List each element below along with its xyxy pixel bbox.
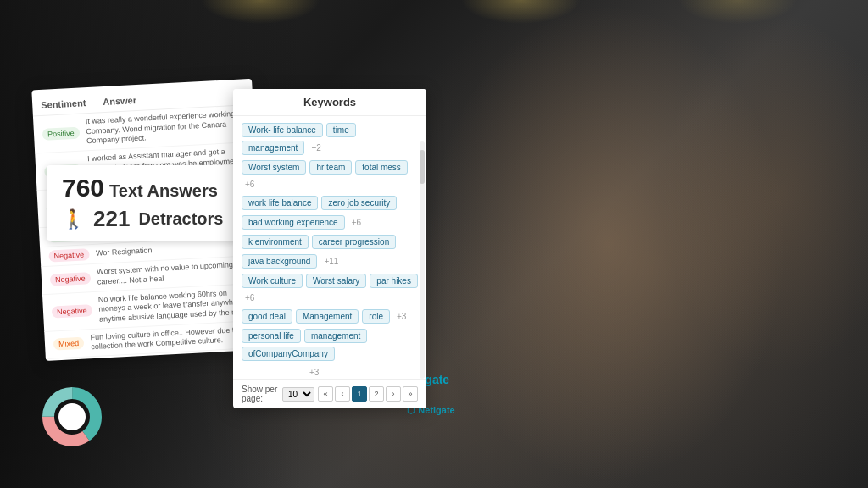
detractors-label: Detractors bbox=[138, 209, 223, 229]
keyword-tag[interactable]: role bbox=[362, 309, 390, 324]
keywords-card: Keywords Work- life balance time managem… bbox=[233, 89, 426, 408]
keyword-tag[interactable]: hr team bbox=[309, 160, 352, 175]
donut-chart bbox=[38, 383, 106, 454]
keyword-plus: +2 bbox=[308, 141, 324, 154]
scrollbar-track[interactable] bbox=[420, 141, 425, 379]
keyword-tag[interactable]: career progression bbox=[312, 235, 396, 249]
pagination-page-1[interactable]: 1 bbox=[352, 386, 367, 402]
keyword-tag[interactable]: good deal bbox=[242, 309, 292, 324]
keyword-tag[interactable]: work life balance bbox=[242, 196, 318, 210]
keyword-row: java background +11 bbox=[242, 254, 418, 269]
sentiment-badge: Negative bbox=[52, 304, 92, 318]
pagination-prev[interactable]: ‹ bbox=[335, 386, 350, 402]
keyword-tag[interactable]: personal life bbox=[242, 329, 301, 343]
show-per-page: Show per page: 10 25 50 bbox=[242, 385, 314, 403]
keyword-tag[interactable]: Work- life balance bbox=[242, 123, 323, 137]
per-page-select[interactable]: 10 25 50 bbox=[282, 387, 314, 402]
keyword-row: Work culture Worst salary par hikes +6 bbox=[242, 274, 418, 304]
detractors-count: 221 bbox=[93, 206, 130, 232]
keyword-row: Work- life balance time management +2 bbox=[242, 123, 418, 155]
answer-text: It was really a wonderful experience wor… bbox=[86, 108, 247, 147]
keyword-tag[interactable]: java background bbox=[242, 254, 317, 269]
stats-panel: 760 Text Answers 🚶 221 Detractors bbox=[47, 165, 238, 241]
keywords-title: Keywords bbox=[233, 89, 426, 116]
keyword-tag[interactable]: Work culture bbox=[242, 274, 303, 288]
show-per-page-label: Show per page: bbox=[242, 385, 280, 403]
keyword-row: good deal Management role +3 bbox=[242, 309, 418, 324]
keyword-tag[interactable]: bad working experience bbox=[242, 215, 345, 230]
keyword-tag[interactable]: ofCompanyCompany bbox=[242, 347, 335, 361]
keyword-tag[interactable]: management bbox=[304, 329, 367, 343]
sentiment-badge: Negative bbox=[48, 248, 89, 262]
keyword-row: +3 bbox=[242, 366, 418, 379]
keyword-row: personal life management ofCompanyCompan… bbox=[242, 329, 418, 361]
pagination-first[interactable]: « bbox=[318, 386, 333, 402]
person-icon: 🚶 bbox=[62, 208, 85, 230]
keyword-row: work life balance zero job security bbox=[242, 196, 418, 210]
keyword-plus: +3 bbox=[393, 310, 409, 323]
keyword-row: Worst system hr team total mess +6 bbox=[242, 160, 418, 191]
answer-text: Wor Resignation bbox=[96, 241, 253, 258]
keywords-list: Work- life balance time management +2 Wo… bbox=[233, 116, 426, 379]
scrollbar-thumb[interactable] bbox=[420, 150, 425, 184]
ceiling-lights bbox=[0, 0, 868, 51]
keyword-tag[interactable]: Worst salary bbox=[306, 274, 366, 288]
pagination-page-2[interactable]: 2 bbox=[369, 386, 384, 402]
keyword-plus: +6 bbox=[242, 178, 258, 191]
text-answers-count: 760 bbox=[62, 174, 104, 202]
svg-point-3 bbox=[58, 403, 86, 430]
keyword-tag[interactable]: Worst system bbox=[242, 160, 306, 175]
sentiment-badge: Positive bbox=[42, 126, 80, 140]
answer-text: Fun loving culture in office.. However d… bbox=[90, 324, 257, 353]
detractors-row: 🚶 221 Detractors bbox=[62, 206, 223, 232]
text-answers-row: 760 Text Answers bbox=[62, 174, 223, 202]
donut-svg bbox=[38, 383, 106, 451]
pagination-last[interactable]: » bbox=[403, 386, 418, 402]
pagination: « ‹ 1 2 › » bbox=[318, 386, 418, 402]
keywords-body: Work- life balance time management +2 Wo… bbox=[233, 116, 426, 379]
keyword-tag[interactable]: Management bbox=[296, 309, 359, 324]
col-sentiment: Sentiment bbox=[41, 97, 86, 110]
keyword-tag[interactable]: management bbox=[242, 141, 304, 155]
keyword-plus: +6 bbox=[242, 291, 258, 304]
answer-text: No work life balance working 60hrs on mo… bbox=[98, 287, 256, 325]
text-answers-label: Text Answers bbox=[109, 181, 218, 201]
keyword-plus: +11 bbox=[320, 255, 342, 268]
col-answer: Answer bbox=[103, 95, 136, 107]
keyword-tag[interactable]: k environment bbox=[242, 235, 309, 249]
keyword-row: bad working experience +6 bbox=[242, 215, 418, 230]
answer-text: Worst system with no value to upcoming c… bbox=[97, 259, 253, 287]
keyword-tag[interactable]: time bbox=[326, 123, 356, 137]
keyword-tag[interactable]: zero job security bbox=[321, 196, 397, 210]
sentiment-badge: Negative bbox=[50, 272, 91, 286]
keyword-tag[interactable]: par hikes bbox=[370, 274, 418, 288]
keywords-footer: Show per page: 10 25 50 « ‹ 1 2 › » bbox=[233, 379, 426, 408]
sentiment-badge: Mixed bbox=[53, 337, 85, 351]
keyword-tag[interactable]: total mess bbox=[355, 160, 408, 175]
keyword-plus: +6 bbox=[348, 216, 364, 229]
keyword-row: k environment career progression bbox=[242, 235, 418, 249]
pagination-next[interactable]: › bbox=[386, 386, 401, 402]
keyword-plus: +3 bbox=[242, 366, 322, 379]
